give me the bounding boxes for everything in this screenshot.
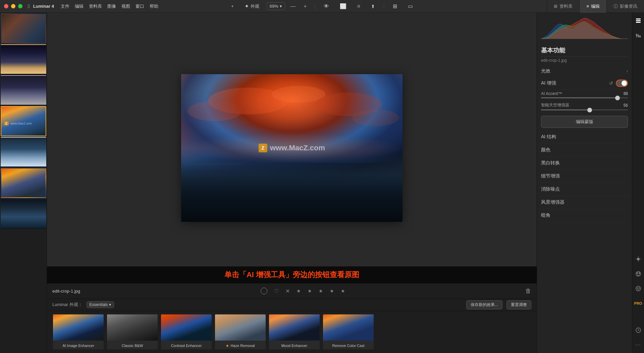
- sky-enhancer-track[interactable]: [541, 109, 628, 110]
- chevron-down-icon: ▾: [280, 4, 282, 9]
- star-5[interactable]: ★: [341, 288, 345, 294]
- edit-mask-button[interactable]: 编辑蒙版: [541, 116, 628, 128]
- eye-icon: 👁: [324, 3, 329, 9]
- bottom-info-bar: edit-crop-1.jpg ♡ ✕ ★ ★ ★ ★ ★ 🗑: [47, 284, 537, 299]
- palette-tool-icon[interactable]: [634, 269, 643, 279]
- preset-item-contrast[interactable]: Contrast Enhancer: [160, 314, 212, 350]
- right-tools: PRO ···: [632, 13, 644, 353]
- maximize-button[interactable]: [18, 4, 22, 8]
- filmstrip-item-6[interactable]: [1, 168, 46, 198]
- reject-button[interactable]: ✕: [285, 288, 290, 294]
- star-2[interactable]: ★: [308, 288, 312, 294]
- canvas-area: Z www.MacZ.com 单击「AI 增强工具」旁边的按钮查看原图 edit…: [47, 13, 537, 353]
- panel-row-ai-structure[interactable]: AI 结构: [541, 131, 628, 144]
- layers-tool-icon[interactable]: [634, 16, 643, 26]
- preset-thumb-classic-bw: [107, 314, 158, 341]
- reset-adjustments-button[interactable]: 重置调整: [506, 300, 531, 309]
- clock-tool-icon[interactable]: [634, 325, 643, 335]
- smiley-tool-icon[interactable]: [634, 284, 643, 293]
- adjust-tool-icon[interactable]: [634, 31, 643, 40]
- section-title: 基本功能: [541, 46, 565, 54]
- pro-tool-icon[interactable]: PRO: [634, 299, 643, 308]
- filmstrip-item-1[interactable]: [1, 13, 46, 44]
- ai-enhance-toggle[interactable]: [616, 80, 628, 87]
- preset-item-ai-enhancer[interactable]: AI Image Enhancer: [52, 314, 104, 350]
- panel-row-light[interactable]: 光效 ›: [541, 65, 628, 77]
- menu-library[interactable]: 资料库: [89, 3, 102, 9]
- close-button[interactable]: [4, 4, 8, 8]
- watermark-overlay: Z www.MacZ.com: [259, 144, 325, 152]
- sky-enhancer-slider-row: 智能天空增强器 56: [541, 101, 628, 113]
- filmstrip: Z www.MacZ.com: [0, 13, 47, 353]
- tab-library[interactable]: ⊞ 资料库: [547, 0, 579, 13]
- preset-thumb-haze: [215, 314, 266, 341]
- ai-accent-value: 88: [624, 91, 628, 96]
- svg-point-11: [636, 34, 637, 36]
- menu-edit[interactable]: 编辑: [75, 3, 84, 9]
- menu-view[interactable]: 视图: [121, 3, 130, 9]
- star-1[interactable]: ★: [297, 288, 301, 294]
- undo-button[interactable]: ↺: [609, 81, 613, 86]
- panel-sections: 基本功能 edit-crop-1.jpg 光效 › AI 增强 ↺: [537, 43, 632, 353]
- add-button[interactable]: +: [228, 2, 237, 10]
- menu-help[interactable]: 帮助: [150, 3, 158, 9]
- divider2: [384, 3, 384, 10]
- svg-rect-7: [636, 22, 641, 23]
- preset-dropdown[interactable]: Essentials ▾: [87, 301, 114, 308]
- panel-row-bw[interactable]: 黑白转换: [541, 157, 628, 170]
- crop-button[interactable]: ⌗: [354, 2, 364, 11]
- grid-view-button[interactable]: ⊞: [389, 2, 400, 11]
- ai-accent-thumb[interactable]: [615, 96, 620, 100]
- preset-item-remove-color[interactable]: Remove Color Cast: [322, 314, 374, 350]
- panel-row-vignette[interactable]: 暗角: [541, 209, 628, 222]
- image-viewport: Z www.MacZ.com 单击「AI 增强工具」旁边的按钮查看原图: [47, 13, 537, 283]
- view-button[interactable]: ✦ 外观: [241, 2, 263, 11]
- preview-toggle-button[interactable]: 👁: [320, 2, 332, 11]
- watermark-z-badge: Z: [259, 144, 267, 152]
- compare-button[interactable]: ⬜: [336, 2, 350, 11]
- filmstrip-item-4[interactable]: Z www.MacZ.com: [1, 106, 46, 136]
- preset-item-classic-bw[interactable]: Classic B&W: [106, 314, 158, 350]
- sun-tool-icon[interactable]: [634, 254, 643, 264]
- panel-row-denoise[interactable]: 消除噪点: [541, 183, 628, 196]
- sky-enhancer-thumb[interactable]: [587, 108, 592, 112]
- menu-window[interactable]: 窗口: [136, 3, 144, 9]
- view-tabs: ⊞ 资料库 ≡ 编辑 ⓘ 影像资讯: [547, 0, 644, 13]
- more-tool-icon[interactable]: ···: [634, 340, 643, 350]
- split-view-icon: ⬜: [340, 3, 346, 9]
- zoom-out-button[interactable]: —: [289, 2, 297, 10]
- svg-point-13: [639, 36, 641, 38]
- star-4[interactable]: ★: [330, 288, 334, 294]
- tab-info[interactable]: ⓘ 影像资讯: [606, 0, 644, 13]
- sliders-icon: ≡: [586, 4, 589, 9]
- preset-item-haze[interactable]: ★ Haze Removal: [214, 314, 266, 350]
- menu-file[interactable]: 文件: [61, 3, 69, 9]
- minimize-button[interactable]: [11, 4, 15, 8]
- menu-image[interactable]: 图像: [107, 3, 116, 9]
- panel-row-detail[interactable]: 细节增强: [541, 170, 628, 183]
- flag-button[interactable]: [261, 288, 267, 294]
- panel-row-landscape[interactable]: 风景增强器: [541, 196, 628, 209]
- toggle-knob: [622, 81, 627, 86]
- filmstrip-item-2[interactable]: [1, 44, 46, 74]
- svg-point-22: [636, 286, 641, 291]
- tab-edit[interactable]: ≡ 编辑: [579, 0, 606, 13]
- zoom-in-button[interactable]: +: [301, 2, 309, 10]
- share-button[interactable]: ⬆: [368, 2, 378, 10]
- save-effect-button[interactable]: 保存新的效果...: [466, 300, 502, 309]
- heart-button[interactable]: ♡: [274, 288, 279, 294]
- ai-accent-track[interactable]: [541, 97, 628, 98]
- filmstrip-item-5[interactable]: [1, 137, 46, 167]
- filmstrip-item-7[interactable]: [1, 199, 46, 229]
- filmstrip-item-3[interactable]: [1, 75, 46, 105]
- star-3[interactable]: ★: [319, 288, 323, 294]
- panel-row-color[interactable]: 颜色: [541, 144, 628, 157]
- preset-item-mood[interactable]: Mood Enhancer: [268, 314, 320, 350]
- zoom-control[interactable]: 69% ▾: [267, 2, 285, 10]
- star-view-icon: ✦: [245, 3, 249, 9]
- delete-button[interactable]: 🗑: [525, 288, 531, 295]
- single-view-button[interactable]: ▭: [405, 2, 416, 11]
- app-name: Luminar 4: [33, 4, 54, 9]
- svg-point-4: [352, 109, 399, 126]
- ai-accent-label-row: AI Accent™ 88: [541, 91, 628, 96]
